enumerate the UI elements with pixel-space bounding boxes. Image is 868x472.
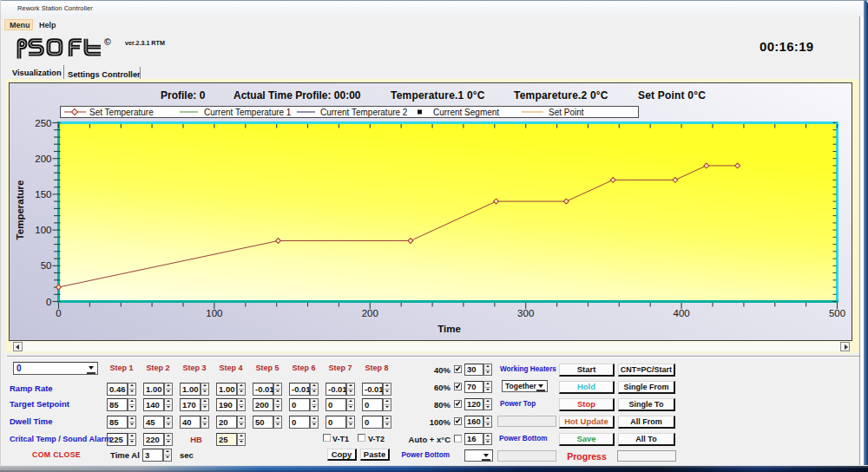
- svg-text:200: 200: [362, 308, 378, 318]
- svg-text:100: 100: [35, 225, 51, 235]
- svg-text:©: ©: [104, 36, 111, 47]
- svg-text:100: 100: [206, 308, 222, 318]
- svg-text:Time: Time: [437, 324, 461, 334]
- svg-text:300: 300: [517, 308, 534, 318]
- svg-text:Temperature: Temperature: [15, 180, 25, 240]
- svg-text:50: 50: [41, 260, 52, 271]
- svg-text:150: 150: [35, 189, 51, 200]
- svg-text:200: 200: [35, 154, 51, 164]
- svg-text:500: 500: [829, 308, 845, 318]
- svg-text:0: 0: [46, 297, 51, 307]
- svg-text:400: 400: [674, 308, 690, 318]
- svg-text:250: 250: [35, 118, 51, 128]
- svg-text:0: 0: [56, 308, 61, 318]
